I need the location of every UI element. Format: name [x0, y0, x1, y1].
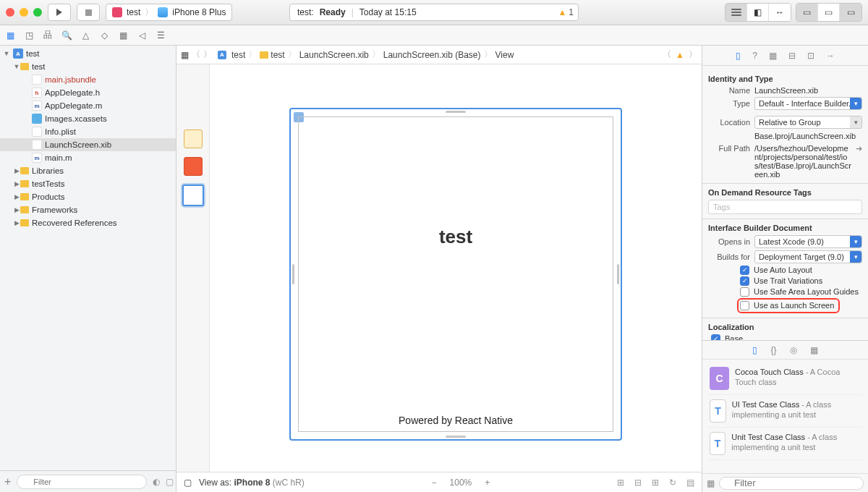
tree-file[interactable]: h AppDelegate.h — [0, 86, 176, 99]
minimize-icon[interactable] — [20, 8, 28, 17]
media-library-icon[interactable]: ▦ — [810, 345, 818, 355]
align-icon[interactable]: ⊟ — [634, 478, 642, 488]
device-config-icon[interactable]: ▢ — [184, 478, 192, 488]
code-snippet-library-icon[interactable]: {} — [770, 345, 776, 355]
stop-button[interactable] — [77, 4, 100, 21]
pin-icon[interactable]: ⊞ — [652, 478, 659, 488]
report-navigator-icon[interactable]: ☰ — [155, 30, 166, 41]
project-navigator-icon[interactable]: ▦ — [4, 30, 16, 41]
forward-button[interactable]: 〉 — [203, 48, 212, 61]
adjust-right-icon[interactable]: 〉 — [689, 48, 697, 61]
related-items-icon[interactable]: ▦ — [181, 50, 189, 60]
size-inspector-icon[interactable]: ⊡ — [807, 51, 814, 61]
opensin-dropdown[interactable]: Latest Xcode (9.0)▾ — [754, 235, 862, 248]
source-control-icon[interactable]: ◳ — [23, 30, 35, 41]
buildsfor-dropdown[interactable]: Deployment Target (9.0)▾ — [754, 250, 862, 263]
issue-navigator-icon[interactable]: △ — [80, 30, 91, 41]
type-dropdown[interactable]: Default - Interface Builder...▾ — [754, 97, 862, 110]
symbol-navigator-icon[interactable]: 品 — [42, 30, 54, 41]
resize-handle-left[interactable] — [292, 264, 294, 284]
library-item[interactable]: C Cocoa Touch Class - A Cocoa Touch clas… — [708, 362, 862, 395]
tree-project-root[interactable]: ▼A test — [0, 47, 176, 60]
first-responder-icon[interactable] — [184, 157, 203, 176]
autolayout-checkbox-row[interactable]: ✓Use Auto Layout — [740, 266, 862, 275]
localization-base-row[interactable]: ✓Base — [711, 334, 862, 340]
tree-group[interactable]: ▶ Libraries — [0, 164, 176, 177]
resize-handle-right[interactable] — [617, 264, 619, 284]
panel-toggle-segmented[interactable]: ▭ ▭ ▭ — [796, 3, 862, 22]
file-inspector-icon[interactable]: ▯ — [736, 51, 741, 61]
resize-handle-bottom[interactable] — [446, 436, 466, 438]
scheme-selector[interactable]: test 〉 iPhone 8 Plus — [106, 4, 232, 21]
tree-group[interactable]: ▼ test — [0, 60, 176, 73]
inner-view: test Powered by React Native — [298, 116, 613, 432]
view-frame[interactable]: test Powered by React Native — [289, 108, 622, 441]
tree-file[interactable]: m main.m — [0, 151, 176, 164]
library-item[interactable]: T UI Test Case Class - A class implement… — [708, 395, 862, 428]
issues-badge[interactable]: ▲ 1 — [558, 7, 574, 17]
version-editor-button[interactable]: ↔ — [769, 4, 791, 21]
jump-bar-item[interactable]: LaunchScreen.xib — [299, 50, 369, 60]
toggle-inspector-button[interactable]: ▭ — [840, 4, 861, 21]
warning-icon[interactable]: ▲ — [676, 50, 684, 60]
zoom-out-button[interactable]: − — [432, 478, 437, 488]
tree-group[interactable]: ▶ testTests — [0, 177, 176, 190]
add-button[interactable]: + — [4, 475, 11, 488]
library-item[interactable]: T Unit Test Case Class - A class impleme… — [708, 428, 862, 460]
toggle-navigator-button[interactable]: ▭ — [796, 4, 818, 21]
recent-filter-icon[interactable]: ◐ — [153, 477, 160, 487]
standard-editor-button[interactable] — [726, 4, 747, 21]
jump-bar-item[interactable]: test — [260, 50, 284, 60]
scm-filter-icon[interactable]: ▢ — [166, 477, 174, 487]
run-button[interactable] — [48, 4, 71, 21]
reveal-in-finder-icon[interactable]: ➜ — [856, 144, 862, 153]
jump-bar-item[interactable]: LaunchScreen.xib (Base) — [383, 50, 481, 60]
view-object-selected[interactable] — [182, 184, 204, 206]
jump-bar-item[interactable]: View — [495, 50, 514, 60]
zoom-in-button[interactable]: + — [485, 478, 490, 488]
tree-group[interactable]: ▶ Products — [0, 190, 176, 203]
find-navigator-icon[interactable]: 🔍 — [61, 30, 72, 41]
view-as-label[interactable]: View as: iPhone 8 (wC hR) — [199, 478, 305, 488]
tree-file[interactable]: Info.plist — [0, 125, 176, 138]
trait-checkbox-row[interactable]: ✓Use Trait Variations — [740, 276, 862, 286]
tree-group[interactable]: ▶ Frameworks — [0, 203, 176, 216]
editor-mode-segmented[interactable]: ◧ ↔ — [725, 3, 791, 22]
toggle-debug-button[interactable]: ▭ — [818, 4, 840, 21]
resolve-issues-icon[interactable]: ↻ — [669, 478, 676, 488]
jump-bar-item[interactable]: Atest — [215, 50, 245, 60]
debug-navigator-icon[interactable]: ▦ — [117, 30, 129, 41]
back-button[interactable]: 〈 — [192, 48, 200, 61]
breakpoint-navigator-icon[interactable]: ◁ — [136, 30, 148, 41]
folder-icon — [20, 167, 29, 174]
test-navigator-icon[interactable]: ◇ — [98, 30, 110, 41]
location-dropdown[interactable]: Relative to Group▾ — [754, 116, 862, 129]
files-owner-icon[interactable] — [184, 130, 203, 148]
object-library-icon[interactable]: ◎ — [790, 345, 797, 355]
maximize-icon[interactable] — [33, 8, 42, 17]
adjust-left-icon[interactable]: 〈 — [663, 48, 671, 61]
tree-file[interactable]: m AppDelegate.m — [0, 99, 176, 112]
safearea-checkbox-row[interactable]: Use Safe Area Layout Guides — [740, 287, 862, 297]
tags-input[interactable]: Tags — [708, 200, 862, 214]
library-filter-input[interactable] — [719, 477, 864, 490]
attributes-inspector-icon[interactable]: ⊟ — [788, 51, 796, 61]
identity-inspector-icon[interactable]: ▦ — [769, 51, 777, 61]
tree-file[interactable]: Images.xcassets — [0, 112, 176, 125]
grid-view-icon[interactable]: ▦ — [707, 478, 715, 488]
resize-handle-top[interactable] — [446, 111, 466, 113]
tree-file-selected[interactable]: LaunchScreen.xib — [0, 138, 176, 151]
window-traffic-lights — [6, 8, 42, 17]
close-icon[interactable] — [6, 8, 14, 17]
interface-builder-canvas[interactable]: test Powered by React Native — [210, 64, 702, 472]
connections-inspector-icon[interactable]: → — [826, 51, 835, 61]
tree-file[interactable]: main.jsbundle — [0, 73, 176, 86]
file-template-library-icon[interactable]: ▯ — [752, 345, 757, 355]
assistant-editor-button[interactable]: ◧ — [747, 4, 769, 21]
tree-group[interactable]: ▶ Recovered References — [0, 216, 176, 229]
stack-icon[interactable]: ▤ — [686, 478, 694, 488]
quick-help-icon[interactable]: ? — [752, 51, 757, 61]
embed-in-icon[interactable]: ⊞ — [617, 478, 624, 488]
launchscreen-checkbox-highlight[interactable]: Use as Launch Screen — [737, 298, 840, 313]
navigator-filter-input[interactable] — [17, 475, 147, 489]
